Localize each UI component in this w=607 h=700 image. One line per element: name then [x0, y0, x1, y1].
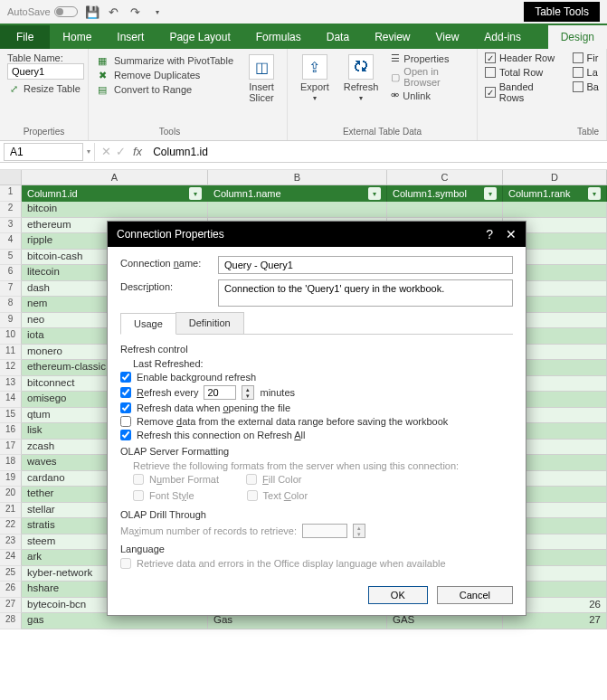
tab-addins[interactable]: Add-ins	[471, 25, 534, 49]
tab-usage[interactable]: Usage	[120, 313, 176, 335]
convert-range-button[interactable]: ▤Convert to Range	[96, 83, 243, 96]
tab-formulas[interactable]: Formulas	[243, 25, 314, 49]
resize-table-button[interactable]: ⤢ Resize Table	[7, 82, 81, 95]
tab-insert[interactable]: Insert	[104, 25, 156, 49]
tab-design[interactable]: Design	[548, 25, 607, 49]
ok-button[interactable]: OK	[368, 586, 428, 604]
table-name-input[interactable]	[7, 63, 84, 80]
tab-review[interactable]: Review	[362, 25, 422, 49]
undo-icon[interactable]: ↶	[107, 5, 121, 19]
refresh-all-check[interactable]: Refresh this connection on Refresh All	[120, 430, 513, 440]
redo-icon[interactable]: ↷	[128, 5, 143, 19]
row-header[interactable]: 17	[0, 440, 22, 456]
autosave-toggle[interactable]: AutoSave	[7, 6, 78, 17]
row-header[interactable]: 27	[0, 598, 22, 614]
filter-dropdown-icon[interactable]: ▾	[484, 187, 497, 200]
table-header-rank[interactable]: Column1.rank▾	[503, 185, 607, 202]
refresh-button[interactable]: 🗘Refresh▾	[338, 52, 384, 104]
row-header[interactable]: 24	[0, 550, 22, 566]
group-external: External Table Data	[295, 125, 469, 138]
col-header-b[interactable]: B	[208, 170, 387, 185]
row-header[interactable]: 23	[0, 534, 22, 551]
filter-dropdown-icon[interactable]: ▾	[189, 187, 202, 200]
name-box[interactable]	[4, 143, 83, 161]
row-header[interactable]: 14	[0, 392, 22, 408]
tab-file[interactable]: File	[0, 25, 50, 49]
row-header[interactable]: 3	[0, 218, 22, 234]
banded-cols-check[interactable]: Ba	[573, 81, 599, 92]
filter-dropdown-icon[interactable]: ▾	[588, 187, 601, 200]
banded-rows-check[interactable]: ✓Banded Rows	[485, 81, 560, 103]
total-row-check[interactable]: Total Row	[485, 67, 560, 78]
enter-formula-icon[interactable]: ✓	[113, 145, 128, 159]
table-properties-button[interactable]: ☰Properties	[391, 52, 469, 64]
summarize-pivot-button[interactable]: ▦Summarize with PivotTable	[96, 54, 243, 67]
enable-bg-check[interactable]: Enable background refresh	[120, 372, 513, 383]
col-header-d[interactable]: D	[503, 170, 607, 185]
row-header[interactable]: 26	[0, 582, 22, 598]
refresh-every-check[interactable]: Refresh every ▴▾ minutes	[120, 385, 513, 400]
row-header[interactable]: 20	[0, 487, 22, 503]
row-header[interactable]: 5	[0, 250, 22, 266]
select-all-cell[interactable]	[0, 170, 22, 185]
tab-definition[interactable]: Definition	[175, 312, 244, 334]
row-header[interactable]: 1	[0, 185, 22, 202]
row-header[interactable]: 16	[0, 423, 22, 440]
tab-data[interactable]: Data	[314, 25, 362, 49]
dialog-title-bar[interactable]: Connection Properties ? ✕	[108, 222, 526, 247]
formula-input[interactable]	[147, 144, 607, 160]
cell[interactable]: bitcoin	[22, 202, 208, 218]
header-row-check[interactable]: ✓Header Row	[485, 52, 560, 63]
cell[interactable]	[503, 202, 607, 218]
spinner-icon[interactable]: ▴▾	[242, 385, 254, 400]
cancel-formula-icon[interactable]: ✕	[99, 145, 113, 159]
cell[interactable]	[208, 202, 387, 218]
row-header[interactable]: 22	[0, 518, 22, 534]
row-header[interactable]: 10	[0, 328, 22, 345]
help-icon[interactable]: ?	[486, 227, 493, 241]
row-header[interactable]: 11	[0, 345, 22, 361]
row-header[interactable]: 28	[0, 613, 22, 629]
first-col-check[interactable]: Fir	[573, 52, 599, 63]
tab-page-layout[interactable]: Page Layout	[156, 25, 242, 49]
row-header[interactable]: 8	[0, 297, 22, 313]
row-header[interactable]: 21	[0, 503, 22, 519]
cancel-button[interactable]: Cancel	[437, 586, 513, 604]
col-header-a[interactable]: A	[22, 170, 208, 185]
refresh-open-check[interactable]: Refresh data when opening the file	[120, 402, 513, 413]
refresh-icon: 🗘	[348, 54, 374, 80]
save-icon[interactable]: 💾	[85, 5, 100, 19]
table-header-symbol[interactable]: Column1.symbol▾	[387, 185, 503, 202]
qat-dropdown-icon[interactable]: ▾	[150, 5, 165, 19]
row-header[interactable]: 7	[0, 281, 22, 298]
row-header[interactable]: 15	[0, 408, 22, 424]
fx-icon[interactable]: fx	[128, 145, 147, 158]
row-header[interactable]: 18	[0, 455, 22, 471]
cell[interactable]	[387, 202, 503, 218]
last-col-check[interactable]: La	[573, 67, 599, 78]
row-header[interactable]: 9	[0, 313, 22, 329]
row-header[interactable]: 2	[0, 202, 22, 218]
table-header-id[interactable]: Column1.id▾	[22, 185, 208, 202]
row-header[interactable]: 19	[0, 471, 22, 487]
desc-input[interactable]: Connection to the 'Query1' query in the …	[218, 279, 513, 307]
row-header[interactable]: 13	[0, 376, 22, 393]
refresh-minutes-input[interactable]	[204, 385, 236, 400]
col-header-c[interactable]: C	[387, 170, 503, 185]
remove-data-check[interactable]: Remove data from the external data range…	[120, 416, 513, 427]
close-icon[interactable]: ✕	[506, 227, 517, 241]
row-header[interactable]: 25	[0, 566, 22, 582]
table-header-name[interactable]: Column1.name▾	[208, 185, 387, 202]
insert-slicer-button[interactable]: ◫ Insert Slicer	[243, 52, 280, 105]
row-header[interactable]: 12	[0, 360, 22, 376]
tab-home[interactable]: Home	[50, 25, 104, 49]
export-button[interactable]: ⇪Export▾	[295, 52, 335, 104]
remove-duplicates-button[interactable]: ✖Remove Duplicates	[96, 69, 243, 81]
tab-view[interactable]: View	[423, 25, 472, 49]
filter-dropdown-icon[interactable]: ▾	[368, 187, 381, 200]
table-row[interactable]: 2bitcoin	[0, 202, 607, 218]
row-header[interactable]: 6	[0, 265, 22, 281]
row-header[interactable]: 4	[0, 233, 22, 250]
conn-name-input[interactable]	[218, 256, 513, 274]
unlink-button[interactable]: ⚮Unlink	[391, 90, 469, 101]
